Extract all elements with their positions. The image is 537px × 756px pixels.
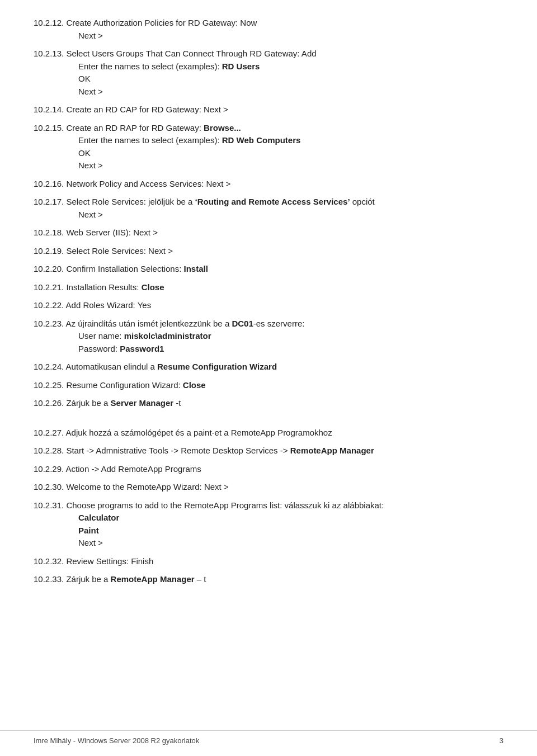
item-number: 10.2.14.: [34, 105, 64, 114]
item-number: 10.2.25.: [34, 380, 64, 390]
item-number: 10.2.13.: [34, 49, 64, 58]
item-text: Welcome to the RemoteApp Wizard: Next >: [66, 482, 228, 492]
item-10-2-16: 10.2.16. Network Policy and Access Servi…: [34, 178, 503, 191]
item-10-2-23: 10.2.23. Az újraindítás után ismét jelen…: [34, 318, 503, 356]
item-number: 10.2.17.: [34, 197, 64, 206]
item-text: Review Settings: Finish: [66, 556, 153, 566]
item-number: 10.2.30.: [34, 482, 64, 492]
item-10-2-19: 10.2.19. Select Role Services: Next >: [34, 245, 503, 258]
item-text: Zárjuk be a Server Manager -t: [66, 398, 181, 408]
item-number: 10.2.31.: [34, 500, 64, 510]
item-text: Installation Results: Close: [66, 282, 164, 292]
item-number: 10.2.21.: [34, 282, 64, 292]
item-text: Zárjuk be a RemoteApp Manager – t: [66, 574, 206, 584]
item-10-2-12: 10.2.12. Create Authorization Policies f…: [34, 17, 503, 42]
item-text: Create an RD RAP for RD Gateway: Browse.…: [66, 123, 241, 133]
item-text: Add Roles Wizard: Yes: [66, 300, 152, 310]
item-number: 10.2.18.: [34, 228, 64, 237]
item-number: 10.2.20.: [34, 264, 64, 273]
item-10-2-26: 10.2.26. Zárjuk be a Server Manager -t: [34, 397, 503, 410]
item-text: Network Policy and Access Services: Next…: [66, 179, 230, 188]
item-number: 10.2.16.: [34, 179, 64, 188]
item-number: 10.2.15.: [34, 123, 64, 133]
spacer-1: [34, 415, 503, 427]
item-text: Create an RD CAP for RD Gateway: Next >: [66, 105, 228, 114]
item-10-2-15: 10.2.15. Create an RD RAP for RD Gateway…: [34, 122, 503, 172]
item-10-2-30: 10.2.30. Welcome to the RemoteApp Wizard…: [34, 481, 503, 494]
item-10-2-17: 10.2.17. Select Role Services: jelöljük …: [34, 196, 503, 221]
item-text: Create Authorization Policies for RD Gat…: [66, 18, 257, 27]
item-indent-next: Next >: [78, 30, 503, 42]
item-indent-2: Password: Password1: [78, 343, 503, 356]
item-10-2-33: 10.2.33. Zárjuk be a RemoteApp Manager –…: [34, 573, 503, 586]
section-1: 10.2.12. Create Authorization Policies f…: [34, 17, 503, 410]
item-indent-1: Enter the names to select (examples): RD…: [78, 134, 503, 147]
item-text: Select Role Services: jelöljük be a ‘Rou…: [66, 197, 374, 206]
item-text: Az újraindítás után ismét jelentkezzünk …: [66, 319, 305, 328]
item-10-2-29: 10.2.29. Action -> Add RemoteApp Program…: [34, 463, 503, 476]
item-number: 10.2.28.: [34, 446, 64, 455]
item-text: Automatikusan elindul a Resume Configura…: [66, 362, 277, 371]
footer-left-text: Imre Mihály - Windows Server 2008 R2 gya…: [34, 736, 199, 745]
item-text: Start -> Admnistrative Tools -> Remote D…: [66, 446, 374, 455]
item-text: Action -> Add RemoteApp Programs: [66, 464, 201, 474]
item-number: 10.2.32.: [34, 556, 64, 566]
item-10-2-31: 10.2.31. Choose programs to add to the R…: [34, 499, 503, 550]
item-text: Confirm Installation Selections: Install: [66, 264, 208, 273]
item-number: 10.2.24.: [34, 362, 64, 371]
item-text: Select Users Groups That Can Connect Thr…: [66, 49, 316, 58]
item-number: 10.2.29.: [34, 464, 64, 474]
item-indent-3: Next >: [78, 537, 503, 550]
item-10-2-14: 10.2.14. Create an RD CAP for RD Gateway…: [34, 103, 503, 116]
item-10-2-22: 10.2.22. Add Roles Wizard: Yes: [34, 299, 503, 312]
item-10-2-27: 10.2.27. Adjuk hozzá a számológépet és a…: [34, 427, 503, 440]
footer-page-number: 3: [500, 736, 503, 745]
item-number: 10.2.12.: [34, 18, 64, 27]
item-10-2-20: 10.2.20. Confirm Installation Selections…: [34, 263, 503, 276]
item-number: 10.2.27.: [34, 428, 64, 437]
item-indent-next: Next >: [78, 209, 503, 221]
item-10-2-21: 10.2.21. Installation Results: Close: [34, 281, 503, 294]
item-indent-1: Calculator: [78, 512, 503, 525]
item-10-2-24: 10.2.24. Automatikusan elindul a Resume …: [34, 361, 503, 374]
item-10-2-18: 10.2.18. Web Server (IIS): Next >: [34, 226, 503, 239]
item-indent-1: Enter the names to select (examples): RD…: [78, 60, 503, 73]
item-indent-2: OK: [78, 147, 503, 160]
item-indent-1: User name: miskolc\administrator: [78, 330, 503, 343]
item-number: 10.2.33.: [34, 574, 64, 584]
item-10-2-32: 10.2.32. Review Settings: Finish: [34, 555, 503, 568]
section-2: 10.2.27. Adjuk hozzá a számológépet és a…: [34, 427, 503, 586]
item-number: 10.2.19.: [34, 246, 64, 256]
item-10-2-28: 10.2.28. Start -> Admnistrative Tools ->…: [34, 445, 503, 457]
page-content: 10.2.12. Create Authorization Policies f…: [0, 0, 537, 636]
item-indent-3: Next >: [78, 159, 503, 172]
item-10-2-25: 10.2.25. Resume Configuration Wizard: Cl…: [34, 379, 503, 392]
item-number: 10.2.23.: [34, 319, 64, 328]
item-indent-2: Paint: [78, 525, 503, 537]
item-text: Choose programs to add to the RemoteApp …: [66, 500, 384, 510]
item-text: Adjuk hozzá a számológépet és a paint-et…: [66, 428, 332, 437]
page-footer: Imre Mihály - Windows Server 2008 R2 gya…: [0, 730, 537, 745]
item-indent-3: Next >: [78, 86, 503, 98]
item-indent-2: OK: [78, 73, 503, 86]
item-10-2-13: 10.2.13. Select Users Groups That Can Co…: [34, 48, 503, 98]
item-text: Resume Configuration Wizard: Close: [66, 380, 205, 390]
item-number: 10.2.22.: [34, 300, 64, 310]
item-number: 10.2.26.: [34, 398, 64, 408]
item-text: Web Server (IIS): Next >: [66, 228, 158, 237]
item-text: Select Role Services: Next >: [66, 246, 173, 256]
